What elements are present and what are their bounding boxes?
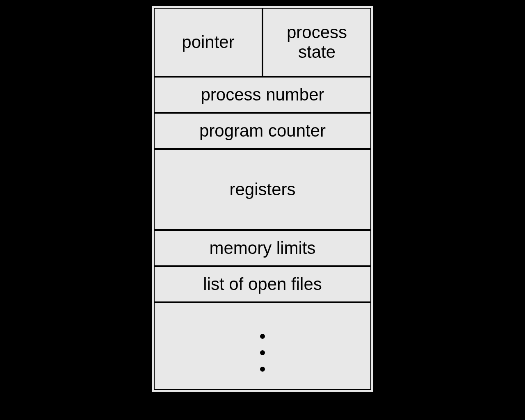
pcb-memory-limits-cell: memory limits: [155, 231, 370, 265]
pcb-row-program-counter: program counter: [155, 114, 370, 150]
pcb-process-state-cell: process state: [263, 9, 370, 76]
pcb-row-process-number: process number: [155, 78, 370, 114]
pcb-pointer-label: pointer: [182, 32, 234, 52]
pcb-program-counter-label: program counter: [199, 121, 326, 141]
pcb-row-top: pointer process state: [155, 9, 370, 78]
pcb-process-number-label: process number: [201, 85, 324, 105]
pcb-row-open-files: list of open files: [155, 267, 370, 303]
pcb-program-counter-cell: program counter: [155, 114, 370, 148]
pcb-row-registers: registers: [155, 150, 370, 231]
ellipsis-dot-icon: [260, 334, 265, 339]
pcb-ellipsis-cell: [155, 303, 370, 389]
pcb-diagram: pointer process state process number pro…: [150, 4, 375, 394]
pcb-process-number-cell: process number: [155, 78, 370, 112]
pcb-inner-border: pointer process state process number pro…: [154, 8, 371, 390]
pcb-process-state-label: process state: [287, 23, 347, 62]
pcb-registers-label: registers: [229, 180, 295, 199]
pcb-row-memory-limits: memory limits: [155, 231, 370, 267]
pcb-open-files-cell: list of open files: [155, 267, 370, 301]
pcb-pointer-cell: pointer: [155, 9, 263, 76]
pcb-registers-cell: registers: [155, 150, 370, 229]
ellipsis-dot-icon: [260, 367, 265, 372]
pcb-memory-limits-label: memory limits: [210, 238, 316, 258]
ellipsis-dot-icon: [260, 350, 265, 355]
pcb-open-files-label: list of open files: [203, 274, 322, 294]
pcb-row-ellipsis: [155, 303, 370, 389]
